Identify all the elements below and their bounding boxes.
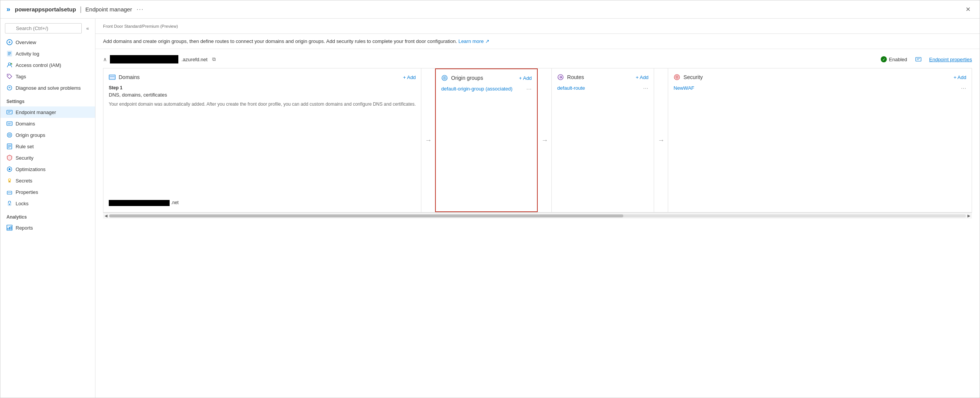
sidebar-item-properties-label: Properties [16,189,38,195]
step-description: Your endpoint domain was automatically a… [109,101,416,108]
origin-groups-icon [6,132,13,138]
svg-rect-12 [7,122,12,125]
sidebar-item-iam-label: Access control (IAM) [16,62,61,68]
origin-groups-column-icon [441,75,448,81]
endpoint-domain-suffix: .azurefd.net [181,57,208,62]
domain-footer: .net [109,200,416,206]
sidebar-item-rule-set[interactable]: Rule set [0,141,95,152]
sidebar-item-optimizations-label: Optimizations [16,166,46,172]
origin-group-link-0[interactable]: default-origin-group (associated) [441,86,512,92]
header-separator: | [80,5,82,13]
svg-point-46 [444,78,445,79]
endpoint-properties-label: Endpoint properties [929,57,972,62]
origin-groups-add-button[interactable]: + Add [519,75,532,81]
sidebar-item-optimizations[interactable]: Optimizations [0,163,95,175]
logo-icon: » [6,5,10,13]
step-subtitle: DNS, domains, certificates [109,92,416,98]
arrow-origin-to-routes: → [538,68,551,212]
domains-add-button[interactable]: + Add [403,75,416,80]
sidebar-item-security[interactable]: Security [0,152,95,163]
endpoint-properties-icon [915,56,921,62]
route-item-0: default-route ··· [557,85,648,91]
origin-group-dots-0[interactable]: ··· [527,86,532,92]
svg-point-34 [9,204,10,205]
endpoint-collapse-button[interactable]: ∧ [103,56,107,62]
domains-column-icon [109,74,116,81]
header-more-button[interactable]: ··· [137,6,144,13]
search-input[interactable] [5,23,82,33]
sidebar-item-locks[interactable]: Locks [0,198,95,209]
collapse-sidebar-button[interactable]: « [85,24,91,33]
secrets-icon [6,178,13,184]
svg-rect-37 [9,227,10,230]
origin-groups-column: Origin groups + Add default-origin-group… [435,68,538,212]
diagnose-icon [6,85,13,91]
route-link-0[interactable]: default-route [557,85,585,91]
sidebar-item-activity-log[interactable]: Activity log [0,48,95,59]
endpoint-status: Enabled Endpoint properties [881,56,972,62]
close-button[interactable]: ✕ [963,4,974,14]
sidebar-item-endpoint-manager[interactable]: Endpoint manager [0,106,95,118]
security-item-0: NewWAF ··· [673,85,966,91]
breadcrumb-info: Add domains and create origin groups, th… [95,34,980,49]
svg-point-17 [9,135,10,135]
svg-rect-39 [916,57,921,61]
sidebar: 🔍 « Overview Activity log [0,19,95,398]
scrollbar-thumb[interactable] [109,214,623,217]
routes-add-button[interactable]: + Add [636,75,649,80]
iam-icon [6,62,13,68]
sidebar-item-overview-label: Overview [16,40,36,45]
logo: » [6,5,10,13]
routes-column-icon [557,74,564,81]
analytics-section-label: Analytics [0,209,95,222]
domain-footer-redacted [109,200,170,206]
scrollbar-track[interactable] [109,214,966,217]
scroll-left-button[interactable]: ◀ [105,214,108,218]
rule-set-icon [6,143,13,149]
sidebar-item-origin-groups[interactable]: Origin groups [0,129,95,141]
security-column-header: Security + Add [673,74,966,81]
arrow-routes-to-security: → [654,68,668,212]
security-dots-0[interactable]: ··· [961,85,966,91]
sidebar-item-domains[interactable]: Domains [0,118,95,129]
domains-column-title: Domains [119,74,400,80]
breadcrumb-text: Add domains and create origin groups, th… [103,38,457,44]
security-icon [6,155,13,161]
svg-rect-9 [7,110,12,114]
content-header: Front Door Standard/Premium (Preview) [95,19,980,34]
endpoint-content: ∧ .azurefd.net ⧉ Enabled Endpoint proper… [95,49,980,398]
sidebar-item-diagnose[interactable]: Diagnose and solve problems [0,82,95,94]
sidebar-item-iam[interactable]: Access control (IAM) [0,59,95,71]
sidebar-search-row: 🔍 « [0,19,95,36]
domains-step-info: Step 1 DNS, domains, certificates Your e… [109,85,416,108]
sidebar-item-overview[interactable]: Overview [0,36,95,48]
sidebar-item-security-label: Security [16,155,33,161]
security-add-button[interactable]: + Add [953,75,966,80]
svg-rect-36 [8,228,8,230]
scroll-right-button[interactable]: ▶ [967,214,970,218]
sidebar-item-properties[interactable]: Properties [0,186,95,198]
endpoint-properties-link[interactable]: Endpoint properties [929,57,972,62]
horizontal-scrollbar[interactable]: ◀ ▶ [103,212,972,219]
main-content: Front Door Standard/Premium (Preview) Ad… [95,19,980,398]
security-link-0[interactable]: NewWAF [673,85,694,91]
sidebar-item-tags[interactable]: Tags [0,71,95,82]
sidebar-item-secrets[interactable]: Secrets [0,175,95,186]
learn-more-link[interactable]: Learn more ↗ [458,38,489,44]
endpoint-copy-icon[interactable]: ⧉ [212,56,216,62]
domain-footer-suffix: .net [171,200,179,205]
tags-icon [6,73,13,79]
sidebar-item-locks-label: Locks [16,201,29,206]
endpoint-columns-container: Domains + Add Step 1 DNS, domains, certi… [103,68,972,212]
arrow-domains-to-origin: → [422,68,435,212]
search-wrapper: 🔍 [5,23,82,33]
security-column-title: Security [683,74,950,80]
svg-rect-42 [109,75,115,79]
origin-groups-column-title: Origin groups [451,75,515,81]
routes-column-title: Routes [567,74,632,80]
sidebar-item-endpoint-manager-label: Endpoint manager [16,109,56,115]
sidebar-item-reports[interactable]: Reports [0,222,95,233]
route-dots-0[interactable]: ··· [643,85,649,91]
header-title-sub: Endpoint manager [86,6,132,13]
endpoint-manager-icon [6,109,13,115]
